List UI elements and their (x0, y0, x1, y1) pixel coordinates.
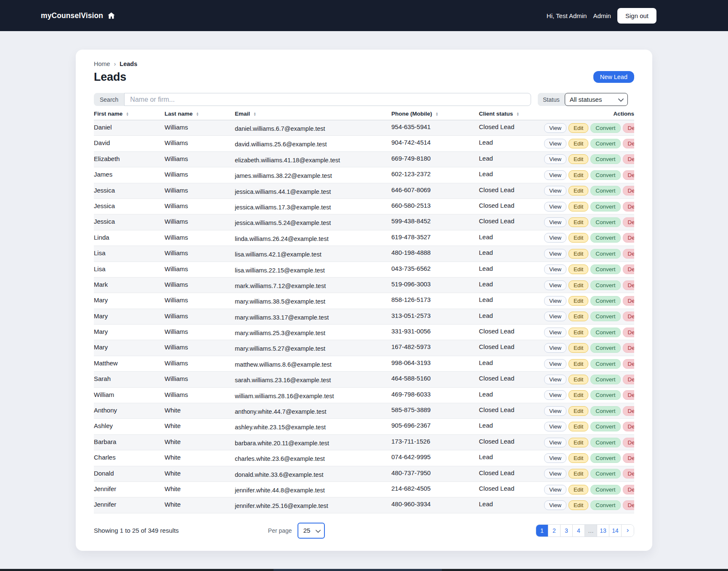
sign-out-button[interactable]: Sign out (617, 8, 656, 24)
page-button-4[interactable]: 4 (573, 525, 585, 537)
convert-button[interactable]: Convert (590, 280, 620, 290)
convert-button[interactable]: Convert (590, 312, 620, 321)
delete-button[interactable]: Delete (623, 375, 634, 384)
convert-button[interactable]: Convert (590, 202, 620, 211)
search-input[interactable] (124, 93, 531, 106)
delete-button[interactable]: Delete (623, 139, 634, 148)
delete-button[interactable]: Delete (623, 422, 634, 431)
delete-button[interactable]: Delete (623, 312, 634, 321)
view-button[interactable]: View (544, 438, 566, 447)
page-button-13[interactable]: 13 (597, 525, 609, 537)
view-button[interactable]: View (544, 390, 566, 400)
convert-button[interactable]: Convert (590, 469, 620, 478)
next-page-button[interactable]: › (622, 525, 634, 537)
delete-button[interactable]: Delete (623, 438, 634, 447)
edit-button[interactable]: Edit (569, 359, 588, 369)
edit-button[interactable]: Edit (569, 485, 588, 494)
convert-button[interactable]: Convert (590, 485, 620, 494)
delete-button[interactable]: Delete (623, 217, 634, 227)
convert-button[interactable]: Convert (590, 249, 620, 259)
new-lead-button[interactable]: New Lead (593, 71, 634, 83)
edit-button[interactable]: Edit (569, 217, 588, 227)
delete-button[interactable]: Delete (623, 202, 634, 211)
edit-button[interactable]: Edit (569, 186, 588, 196)
edit-button[interactable]: Edit (569, 469, 588, 478)
view-button[interactable]: View (544, 296, 566, 306)
convert-button[interactable]: Convert (590, 390, 620, 400)
view-button[interactable]: View (544, 280, 566, 290)
edit-button[interactable]: Edit (569, 264, 588, 274)
convert-button[interactable]: Convert (590, 170, 620, 180)
convert-button[interactable]: Convert (590, 186, 620, 196)
delete-button[interactable]: Delete (623, 233, 634, 243)
edit-button[interactable]: Edit (569, 406, 588, 416)
delete-button[interactable]: Delete (623, 280, 634, 290)
view-button[interactable]: View (544, 328, 566, 337)
delete-button[interactable]: Delete (623, 123, 634, 133)
view-button[interactable]: View (544, 154, 566, 164)
admin-link[interactable]: Admin (593, 12, 611, 19)
convert-button[interactable]: Convert (590, 296, 620, 306)
edit-button[interactable]: Edit (569, 154, 588, 164)
per-page-select[interactable]: 25 (298, 523, 325, 539)
edit-button[interactable]: Edit (569, 453, 588, 463)
convert-button[interactable]: Convert (590, 217, 620, 227)
view-button[interactable]: View (544, 202, 566, 211)
edit-button[interactable]: Edit (569, 422, 588, 431)
column-header-client-status[interactable]: Client status ▲▼ (479, 107, 542, 120)
view-button[interactable]: View (544, 264, 566, 274)
delete-button[interactable]: Delete (623, 170, 634, 180)
edit-button[interactable]: Edit (569, 390, 588, 400)
edit-button[interactable]: Edit (569, 328, 588, 337)
page-button-14[interactable]: 14 (609, 525, 622, 537)
view-button[interactable]: View (544, 170, 566, 180)
delete-button[interactable]: Delete (623, 359, 634, 369)
edit-button[interactable]: Edit (569, 375, 588, 384)
column-header-email[interactable]: Email ▲▼ (235, 107, 391, 120)
view-button[interactable]: View (544, 233, 566, 243)
convert-button[interactable]: Convert (590, 438, 620, 447)
edit-button[interactable]: Edit (569, 249, 588, 259)
delete-button[interactable]: Delete (623, 343, 634, 353)
edit-button[interactable]: Edit (569, 500, 588, 510)
view-button[interactable]: View (544, 139, 566, 148)
convert-button[interactable]: Convert (590, 233, 620, 243)
view-button[interactable]: View (544, 485, 566, 494)
home-icon[interactable] (107, 12, 115, 19)
edit-button[interactable]: Edit (569, 280, 588, 290)
convert-button[interactable]: Convert (590, 343, 620, 353)
column-header-first-name[interactable]: First name ▲▼ (94, 107, 165, 120)
view-button[interactable]: View (544, 312, 566, 321)
view-button[interactable]: View (544, 422, 566, 431)
column-header-last-name[interactable]: Last name ▲▼ (165, 107, 235, 120)
edit-button[interactable]: Edit (569, 170, 588, 180)
status-select[interactable]: All statuses (565, 93, 628, 106)
view-button[interactable]: View (544, 343, 566, 353)
edit-button[interactable]: Edit (569, 312, 588, 321)
delete-button[interactable]: Delete (623, 328, 634, 337)
view-button[interactable]: View (544, 469, 566, 478)
view-button[interactable]: View (544, 453, 566, 463)
convert-button[interactable]: Convert (590, 139, 620, 148)
view-button[interactable]: View (544, 359, 566, 369)
convert-button[interactable]: Convert (590, 453, 620, 463)
view-button[interactable]: View (544, 406, 566, 416)
convert-button[interactable]: Convert (590, 359, 620, 369)
delete-button[interactable]: Delete (623, 469, 634, 478)
column-header-phone-mobile-[interactable]: Phone (Mobile) ▲▼ (391, 107, 479, 120)
delete-button[interactable]: Delete (623, 453, 634, 463)
delete-button[interactable]: Delete (623, 264, 634, 274)
convert-button[interactable]: Convert (590, 154, 620, 164)
convert-button[interactable]: Convert (590, 328, 620, 337)
view-button[interactable]: View (544, 500, 566, 510)
convert-button[interactable]: Convert (590, 406, 620, 416)
delete-button[interactable]: Delete (623, 154, 634, 164)
view-button[interactable]: View (544, 375, 566, 384)
delete-button[interactable]: Delete (623, 249, 634, 259)
view-button[interactable]: View (544, 217, 566, 227)
view-button[interactable]: View (544, 186, 566, 196)
page-button-2[interactable]: 2 (548, 525, 561, 537)
edit-button[interactable]: Edit (569, 139, 588, 148)
breadcrumb-home-link[interactable]: Home (94, 61, 110, 67)
delete-button[interactable]: Delete (623, 390, 634, 400)
